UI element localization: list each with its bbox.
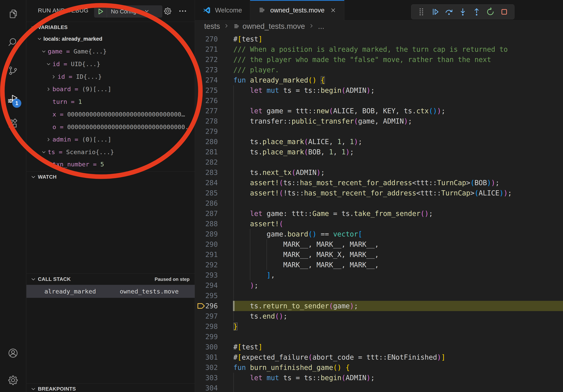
variable-row[interactable]: ts = Scenario{...} [26,146,195,158]
code-text: let game: ttt::Game = ts.take_from_sende… [233,209,433,219]
line-number: 284 [195,178,218,188]
code-line-302[interactable]: 302fun burn_unfinished_game() { [195,362,563,373]
debug-drag-handle-button[interactable] [416,7,426,17]
debug-step-over-button[interactable] [444,7,454,17]
code-line-283[interactable]: 283 ts.next_tx(ADMIN); [195,167,563,178]
breakpoints-section-header[interactable]: BREAKPOINTS [26,383,195,392]
code-line-294[interactable]: 294 ); [195,280,563,290]
tab-welcome[interactable]: Welcome [195,0,250,20]
restart-icon [486,7,495,17]
extensions-icon [7,118,19,130]
code-editor[interactable]: 270#[test]271/// When a position is alre… [195,32,563,392]
debug-step-into-button[interactable] [458,7,468,17]
debug-continue-button[interactable] [430,7,440,17]
debug-restart-button[interactable] [485,7,496,17]
activity-item-source-control[interactable] [0,64,26,77]
line-number: 283 [195,167,218,178]
variable-row[interactable]: id = UID{...} [26,58,195,70]
code-line-293[interactable]: 293 ], [195,270,563,280]
variable-row[interactable]: x = 0000000000000000000000000000000… [26,108,195,121]
breadcrumb-item[interactable]: ... [318,22,324,31]
code-line-278[interactable]: 278 transfer::public_transfer(game, ADMI… [195,116,563,126]
breadcrumb-item[interactable]: tests [204,22,220,31]
watch-section-header[interactable]: WATCH [26,171,195,182]
code-line-276[interactable]: 276 [195,95,563,106]
ellipsis-icon[interactable] [177,6,188,17]
code-line-288[interactable]: 288 assert!( [195,219,563,229]
code-line-270[interactable]: 270#[test] [195,34,563,44]
code-line-300[interactable]: 300#[test] [195,342,563,352]
line-number: 280 [195,137,218,147]
code-line-303[interactable]: 303 let mut ts = ts::begin(ADMIN); [195,373,563,383]
dropdown-label[interactable]: No Configur [111,8,141,15]
start-debug-icon[interactable] [94,8,107,15]
chevron-down-icon[interactable] [144,8,150,15]
code-line-299[interactable]: 299 [195,332,563,342]
breadcrumb[interactable]: testsowned_tests.move... [195,21,563,32]
code-line-298[interactable]: 298} [195,321,563,332]
call-stack-frame[interactable]: already_marked owned_tests.move [26,285,195,298]
code-line-275[interactable]: 275 let mut ts = ts::begin(ADMIN); [195,85,563,95]
code-line-284[interactable]: 284 assert!(ts::has_most_recent_for_addr… [195,178,563,188]
code-line-304[interactable]: 304 [195,383,563,392]
code-text: ts.place_mark(BOB, 1, 1); [233,147,354,157]
gear-icon[interactable] [162,6,173,17]
code-line-290[interactable]: 290 MARK__, MARK__, MARK__, [195,239,563,249]
line-number: 301 [195,352,218,362]
code-line-297[interactable]: 297 ts.end(); [195,311,563,321]
variable-row[interactable]: id = ID{...} [26,70,195,83]
code-line-272[interactable]: 272/// the player who made the "false" m… [195,54,563,65]
variable-row[interactable]: o = 00000000000000000000000000000000. [26,121,195,133]
variables-section-header[interactable]: VARIABLES [26,22,195,33]
variable-row[interactable]: board = (9)[...] [26,83,195,95]
call-stack-section-header[interactable]: CALL STACK Paused on step [26,273,195,285]
code-line-289[interactable]: 289 game.board() == vector[ [195,229,563,239]
code-line-287[interactable]: 287 let game: ttt::Game = ts.take_from_s… [195,209,563,219]
variable-row[interactable]: txn_number = 5 [26,158,195,170]
line-number: 300 [195,342,218,352]
code-text: ts.end(); [233,311,287,321]
debug-step-out-button[interactable] [472,7,482,17]
vscode-logo-icon [203,6,211,14]
variable-row[interactable]: admin = (0)[...] [26,133,195,146]
chevron-down-icon [46,61,51,67]
activity-item-search[interactable] [0,36,26,49]
debug-config-dropdown[interactable]: No Configur [94,5,162,18]
code-text: ts.place_mark(ALICE, 1, 1); [233,137,362,147]
code-line-292[interactable]: 292 MARK__, MARK__, MARK__, [195,260,563,270]
debug-stop-button[interactable] [499,7,509,17]
variable-row[interactable]: game = Game{...} [26,45,195,58]
variable-name: game = Game{...} [48,48,107,55]
code-line-296[interactable]: 296 ts.return_to_sender(game); [195,301,563,311]
code-text: MARK__, MARK_X, MARK__, [233,249,379,260]
code-line-281[interactable]: 281 ts.place_mark(BOB, 1, 1); [195,147,563,157]
activity-item-manage[interactable] [0,374,26,386]
activity-item-explorer[interactable] [0,8,26,20]
breadcrumb-item[interactable]: owned_tests.move [243,22,305,31]
code-line-279[interactable]: 279 [195,126,563,137]
code-line-277[interactable]: 277 let game = ttt::new(ALICE, BOB, KEY,… [195,106,563,116]
variables-scope[interactable]: locals: already_marked [26,33,195,45]
code-line-282[interactable]: 282 [195,157,563,167]
activity-item-extensions[interactable] [0,118,26,130]
code-line-273[interactable]: 273/// player. [195,65,563,75]
stop-icon [499,7,509,17]
variable-row[interactable]: turn = 1 [26,95,195,108]
activity-item-account[interactable] [0,347,26,359]
code-line-286[interactable]: 286 [195,198,563,209]
close-icon[interactable] [330,7,336,13]
code-line-295[interactable]: 295 [195,290,563,301]
code-line-274[interactable]: 274fun already_marked() { [195,75,563,85]
tab-label: Welcome [215,7,242,14]
files-icon [7,8,19,20]
activity-item-run-and-debug[interactable]: 1 [0,92,26,105]
line-number: 290 [195,239,218,249]
code-line-291[interactable]: 291 MARK__, MARK_X, MARK__, [195,249,563,260]
chevron-down-icon [37,36,42,42]
code-line-301[interactable]: 301#[expected_failure(abort_code = ttt::… [195,352,563,362]
code-line-280[interactable]: 280 ts.place_mark(ALICE, 1, 1); [195,137,563,147]
tab-owned-tests-move[interactable]: owned_tests.move [250,0,345,20]
frame-file: owned_tests.move [120,288,179,295]
code-line-285[interactable]: 285 assert!(!ts::has_most_recent_for_add… [195,188,563,198]
code-line-271[interactable]: 271/// When a position is already marked… [195,44,563,54]
